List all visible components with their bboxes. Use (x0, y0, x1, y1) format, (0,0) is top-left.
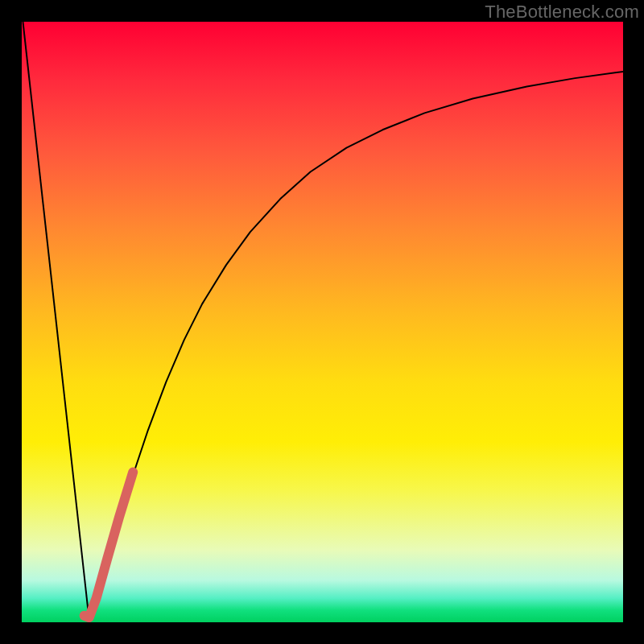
highlight-segment (85, 473, 134, 618)
curve-right (89, 72, 623, 619)
curve-left (23, 22, 89, 619)
watermark-text: TheBottleneck.com (485, 2, 639, 23)
chart-lines (0, 0, 644, 644)
